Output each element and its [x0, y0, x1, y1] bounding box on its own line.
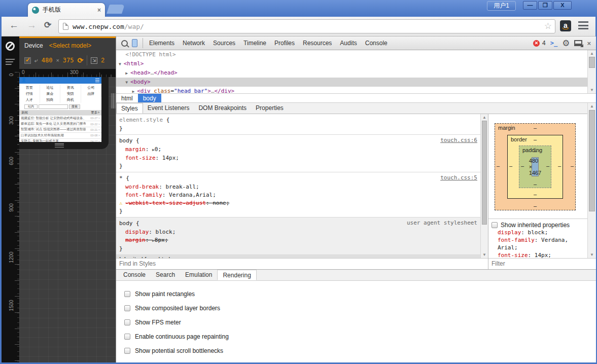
tab-event-listeners[interactable]: Event Listeners [143, 103, 194, 114]
menu-grid-icon[interactable] [95, 79, 99, 82]
computed-property[interactable]: Arial; [491, 244, 585, 251]
devtools-tab[interactable]: Sources [209, 37, 239, 49]
computed-property[interactable]: display: block; [491, 229, 585, 236]
error-count[interactable]: 4 [542, 40, 546, 47]
nav-link[interactable]: 公司 [81, 85, 102, 91]
swap-dimensions-icon[interactable]: ⤶ [34, 57, 38, 64]
dom-line[interactable]: ▼ <html> [116, 59, 587, 68]
scroll-down-icon[interactable]: ▼ [590, 88, 594, 92]
box-model-diagram[interactable]: margin – – – – border – – – – padding [495, 123, 576, 210]
tab-dom-breakpoints[interactable]: DOM Breakpoints [194, 103, 251, 114]
zoom-value[interactable]: 2 [101, 57, 104, 64]
rendering-option-row[interactable]: Enable continuous page repainting [124, 330, 588, 344]
content-dimensions[interactable]: 480 × 1467 [529, 158, 541, 176]
scroll-up-icon[interactable]: ▲ [482, 115, 486, 120]
news-item[interactable]: 媒体追踪: 聚焦一体化 让久安患再度的门禁市场 迎机上行 03-22 > [19, 121, 101, 126]
resize-handle-right[interactable] [111, 93, 116, 108]
nav-link[interactable]: 人才 [19, 97, 40, 103]
devtools-tab[interactable]: Elements [145, 37, 179, 49]
css-property-invalid[interactable]: ⚠ -webkit-text-size-adjust: none; [116, 199, 480, 207]
close-devtools-icon[interactable]: × [587, 40, 591, 47]
tab-close-icon[interactable]: × [97, 7, 101, 14]
nav-link[interactable]: 首页 [19, 85, 40, 91]
scrollbar-thumb[interactable] [589, 110, 595, 211]
scrollbar-thumb[interactable] [482, 121, 487, 225]
css-property-overridden[interactable]: margin: ▶8px; [116, 236, 480, 245]
sidebar-scrollbar[interactable]: ▲ ▼ [587, 103, 596, 258]
emulate-checkbox[interactable] [24, 57, 31, 64]
nav-link[interactable]: 资讯 [60, 85, 81, 91]
minimize-button[interactable]: — [523, 1, 537, 10]
find-in-styles-input[interactable] [116, 259, 469, 269]
close-window-button[interactable]: X [553, 1, 572, 10]
option-checkbox[interactable] [124, 319, 130, 325]
more-link[interactable]: 更多> [91, 110, 99, 115]
nav-link[interactable]: 论坛 [40, 85, 61, 91]
nav-link[interactable]: 商机 [60, 97, 81, 103]
dom-line[interactable]: ▶ <div class="head_bar">…</div> [116, 87, 587, 93]
style-rule-user-agent[interactable]: body { user agent stylesheet display: bl… [116, 217, 480, 255]
dock-side-icon[interactable] [574, 40, 582, 46]
back-button[interactable]: ← [9, 20, 19, 31]
devtools-tab[interactable]: Console [361, 37, 392, 49]
computed-property[interactable]: font-family: Verdana, [491, 236, 585, 244]
dom-scrollbar[interactable]: ▲ ▼ [587, 50, 596, 93]
computed-property[interactable]: font-size: 14px; [491, 251, 585, 258]
nav-link[interactable]: 品牌 [81, 91, 102, 97]
viewport-height[interactable]: 375 [63, 57, 74, 64]
fit-window-icon[interactable]: ⇲ [91, 57, 97, 64]
tab-styles[interactable]: Styles [116, 103, 143, 114]
dom-line[interactable]: ▶ <head>…</head> [116, 68, 587, 78]
css-property[interactable]: font-family: Verdana,Arial; [116, 191, 480, 199]
console-prompt-icon[interactable]: >_ [550, 40, 557, 47]
nav-link[interactable]: 行情 [19, 91, 40, 97]
rendering-option-row[interactable]: Show paint rectangles [124, 287, 588, 301]
tab-properties[interactable]: Properties [251, 103, 288, 114]
bookmark-star-icon[interactable]: ☆ [544, 21, 552, 31]
viewport-width[interactable]: 480 [42, 57, 53, 64]
stylesheet-link[interactable]: touch.css:5 [440, 174, 477, 183]
computed-filter-input[interactable] [488, 259, 590, 269]
news-item[interactable]: 视频监控: 智能分析 让安防联动式终端设备、高效互联 03-27 > [19, 115, 101, 121]
scroll-up-icon[interactable]: ▲ [590, 104, 594, 108]
nav-link[interactable]: 展会 [40, 91, 61, 97]
reload-button[interactable]: ⟳ [44, 20, 51, 30]
css-property[interactable]: margin: ▶0; [116, 145, 480, 154]
chrome-menu-icon[interactable] [578, 21, 588, 29]
margin-box[interactable]: margin – – – – border – – – – padding [495, 123, 576, 210]
emulated-page[interactable]: 👤 首页论坛资讯公司行情展会安防品牌人才招商商机 站内 搜索 新闻 更多> [19, 77, 101, 142]
css-property[interactable]: font-size: 14px; [116, 154, 480, 162]
style-rule-body-touchcss[interactable]: body { touch.css:6 margin: ▶0; font-size… [116, 135, 480, 172]
rendering-option-row[interactable]: Show FPS meter [124, 315, 588, 330]
devtools-tab[interactable]: Network [179, 37, 209, 49]
css-property[interactable]: display: block; [116, 228, 480, 236]
styles-scrollbar[interactable]: ▲ ▼ [480, 114, 488, 258]
show-inherited-checkbox[interactable] [491, 222, 498, 228]
maximize-button[interactable]: ❐ [538, 1, 552, 10]
drawer-tab-search[interactable]: Search [151, 270, 180, 280]
address-bar[interactable]: www.cnepw.com/wap/ [58, 19, 555, 33]
scroll-up-icon[interactable]: ▲ [590, 51, 594, 56]
scroll-down-icon[interactable]: ▼ [590, 252, 594, 257]
user-icon[interactable]: 👤 [21, 78, 25, 82]
search-input[interactable] [39, 104, 68, 109]
nav-link[interactable]: 招商 [40, 97, 61, 103]
forward-button[interactable]: → [27, 20, 37, 31]
breadcrumb-html[interactable]: html [116, 94, 138, 102]
news-item[interactable]: 安防云: 专网为一站式方案 04-17 > [19, 138, 101, 142]
settings-gear-icon[interactable]: ⚙ [562, 38, 570, 49]
devtools-tab[interactable]: Resources [299, 37, 336, 49]
padding-box[interactable]: padding – – – – 480 × 1467 [519, 145, 551, 188]
scrollbar-thumb[interactable] [589, 57, 595, 68]
emulation-settings-icon[interactable] [6, 58, 16, 65]
drawer-tab-rendering[interactable]: Rendering [217, 270, 256, 280]
style-rule-element[interactable]: element.style { } [116, 114, 480, 135]
device-mode-icon[interactable] [132, 39, 137, 47]
dom-line-selected[interactable]: ▼ <body> [116, 78, 587, 87]
border-box[interactable]: border – – – – padding – – – – [507, 135, 563, 199]
style-rule-star-touchcss[interactable]: * { touch.css:5 word-break: break-all; f… [116, 172, 480, 217]
search-button[interactable]: 搜索 [69, 104, 80, 109]
new-tab-button[interactable] [107, 5, 125, 14]
dom-line[interactable]: <!DOCTYPE html> [116, 50, 587, 59]
rotate-icon[interactable]: ⟳ [78, 56, 84, 64]
